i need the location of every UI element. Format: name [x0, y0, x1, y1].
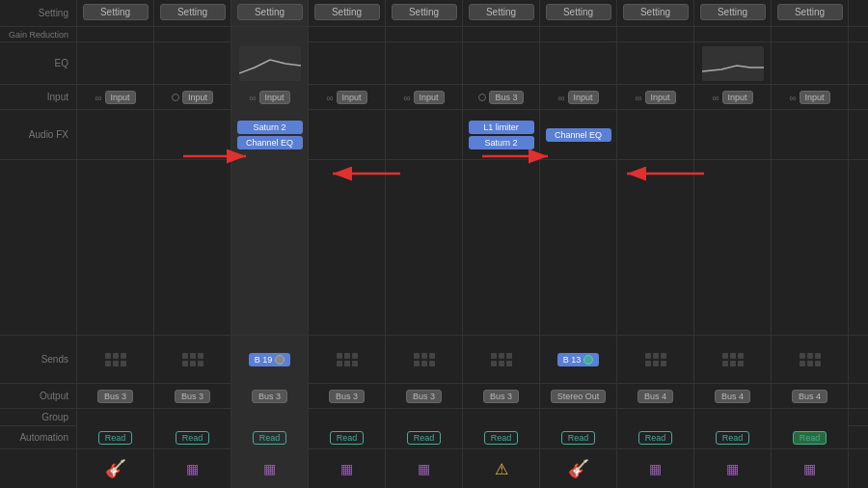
- ch8-setting-btn[interactable]: Setting: [623, 4, 689, 20]
- ch1-auto: Read: [77, 426, 154, 449]
- ch2-waveform-icon: ▦: [186, 461, 199, 476]
- ch3-fx-saturn[interactable]: Saturn 2: [237, 121, 303, 134]
- ch7-sends: B 13: [540, 336, 617, 384]
- ch8-eq: [617, 42, 694, 85]
- ch4-input-badge[interactable]: Input: [337, 91, 367, 104]
- mid-ch5: [386, 160, 463, 335]
- ch7-input-badge[interactable]: Input: [568, 91, 599, 104]
- input-channels: ∞Input Input ∞Input ∞Input ∞Input Bus 3 …: [77, 85, 868, 109]
- ch4-auto-badge[interactable]: Read: [330, 431, 365, 445]
- ch7-fx-channeleq[interactable]: Channel EQ: [546, 128, 611, 142]
- ch3-waveform-icon: ▦: [263, 461, 276, 476]
- ch8-auto-badge[interactable]: Read: [638, 431, 673, 445]
- ch3-send-b19[interactable]: B 19: [249, 353, 291, 366]
- ch5-output: Bus 3: [386, 384, 463, 409]
- middle-label: [0, 160, 77, 335]
- ch4-eq: [309, 42, 386, 85]
- ch1-input: ∞Input: [77, 85, 154, 110]
- ch10-group: [772, 409, 849, 426]
- ch5-input-badge[interactable]: Input: [414, 91, 445, 104]
- ch9-auto-badge[interactable]: Read: [716, 431, 750, 445]
- ch10-auto-badge[interactable]: Read: [793, 431, 827, 445]
- mid-ch6: [463, 160, 540, 335]
- ch9-input-badge[interactable]: Input: [722, 91, 753, 104]
- ch4-setting-btn[interactable]: Setting: [314, 4, 380, 20]
- ch2-auto-badge[interactable]: Read: [176, 431, 210, 445]
- audiofx-label: Audio FX: [0, 110, 77, 159]
- ch5-output-badge[interactable]: Bus 3: [406, 390, 442, 403]
- ch3-send-icon: [275, 355, 285, 365]
- ch7-auto-badge[interactable]: Read: [561, 431, 596, 445]
- ch9-input: ∞Input: [694, 85, 772, 110]
- ch3-input-badge[interactable]: Input: [259, 91, 290, 104]
- ch3-eq-graph: [239, 46, 301, 81]
- ch7-send-b13[interactable]: B 13: [557, 353, 600, 366]
- setting-label: Setting: [0, 0, 77, 26]
- sends-channels: B 19 B 13: [77, 336, 868, 383]
- ch10-eq: [772, 42, 849, 85]
- ch6-auto-badge[interactable]: Read: [484, 431, 519, 445]
- ch8-input-badge[interactable]: Input: [645, 91, 676, 104]
- ch9-eq-graph: [702, 46, 764, 81]
- ch3-fx-channeleq[interactable]: Channel EQ: [237, 136, 303, 149]
- ch8-group: [617, 409, 694, 426]
- ch6-dot: [478, 94, 486, 101]
- ch9-fx: [694, 110, 772, 160]
- ch2-output: Bus 3: [154, 384, 231, 409]
- group-label: Group: [0, 409, 77, 425]
- setting-channels: Setting Setting Setting Setting Setting …: [77, 0, 868, 26]
- input-row: Input ∞Input Input ∞Input ∞Input ∞Input …: [0, 85, 868, 110]
- ch10-input: ∞Input: [772, 85, 849, 110]
- ch7-guitar-icon: 🎸: [568, 458, 589, 479]
- ch6-fx: L1 limiter Saturn 2: [463, 110, 540, 160]
- ch8-output-badge[interactable]: Bus 4: [637, 390, 673, 403]
- ch5-gain: [386, 27, 463, 42]
- ch3-eq[interactable]: [231, 42, 309, 85]
- ch3-fx: Saturn 2 Channel EQ: [231, 110, 309, 160]
- ch6-group: [463, 409, 540, 426]
- ch2-fx: [154, 110, 231, 160]
- ch9-setting: Setting: [694, 0, 772, 26]
- ch5-auto-badge[interactable]: Read: [407, 431, 442, 445]
- ch2-output-badge[interactable]: Bus 3: [175, 390, 210, 403]
- ch10-setting-btn[interactable]: Setting: [777, 4, 843, 20]
- group-channels: [77, 409, 868, 425]
- ch10-output-badge[interactable]: Bus 4: [792, 390, 827, 403]
- ch3-output-badge[interactable]: Bus 3: [252, 390, 287, 403]
- ch7-setting-btn[interactable]: Setting: [546, 4, 611, 20]
- ch9-eq[interactable]: [694, 42, 772, 85]
- ch3-setting: Setting: [231, 0, 309, 26]
- ch10-gain: [772, 27, 849, 42]
- gain-reduction-label: Gain Reduction: [0, 27, 77, 41]
- ch1-auto-badge[interactable]: Read: [98, 431, 133, 445]
- ch7-output-badge[interactable]: Stereo Out: [551, 390, 607, 403]
- ch1-input-badge[interactable]: Input: [105, 91, 136, 104]
- icon-channels: 🎸 ▦ ▦ ▦ ▦ ⚠ 🎸 ▦ ▦: [77, 449, 868, 488]
- output-channels: Bus 3 Bus 3 Bus 3 Bus 3 Bus 3 Bus 3 Ster…: [77, 384, 868, 408]
- ch2-setting-btn[interactable]: Setting: [160, 4, 226, 20]
- ch8-icon-cell: ▦: [617, 449, 694, 488]
- ch6-setting-btn[interactable]: Setting: [469, 4, 534, 20]
- ch3-sends: B 19: [231, 336, 309, 384]
- sends-label: Sends: [0, 336, 77, 383]
- ch4-gain: [309, 27, 386, 42]
- ch3-setting-btn[interactable]: Setting: [237, 4, 303, 20]
- ch3-auto-badge[interactable]: Read: [253, 431, 287, 445]
- ch5-icon-cell: ▦: [386, 449, 463, 488]
- ch6-eq: [463, 42, 540, 85]
- ch1-sends-dots: [105, 353, 126, 366]
- ch5-setting-btn[interactable]: Setting: [392, 4, 457, 20]
- ch6-input-badge[interactable]: Bus 3: [489, 91, 523, 104]
- ch9-output-badge[interactable]: Bus 4: [715, 390, 750, 403]
- output-row: Output Bus 3 Bus 3 Bus 3 Bus 3 Bus 3 Bus…: [0, 384, 868, 409]
- sends-row: Sends B 19: [0, 336, 868, 384]
- ch9-setting-btn[interactable]: Setting: [700, 4, 766, 20]
- ch10-input-badge[interactable]: Input: [800, 91, 830, 104]
- ch6-fx-l1[interactable]: L1 limiter: [469, 121, 534, 134]
- ch2-input-badge[interactable]: Input: [182, 91, 213, 104]
- ch6-fx-saturn[interactable]: Saturn 2: [469, 136, 534, 149]
- ch1-output-badge[interactable]: Bus 3: [97, 390, 133, 403]
- ch6-output-badge[interactable]: Bus 3: [483, 390, 519, 403]
- ch4-output-badge[interactable]: Bus 3: [329, 390, 365, 403]
- ch1-setting-btn[interactable]: Setting: [83, 4, 149, 20]
